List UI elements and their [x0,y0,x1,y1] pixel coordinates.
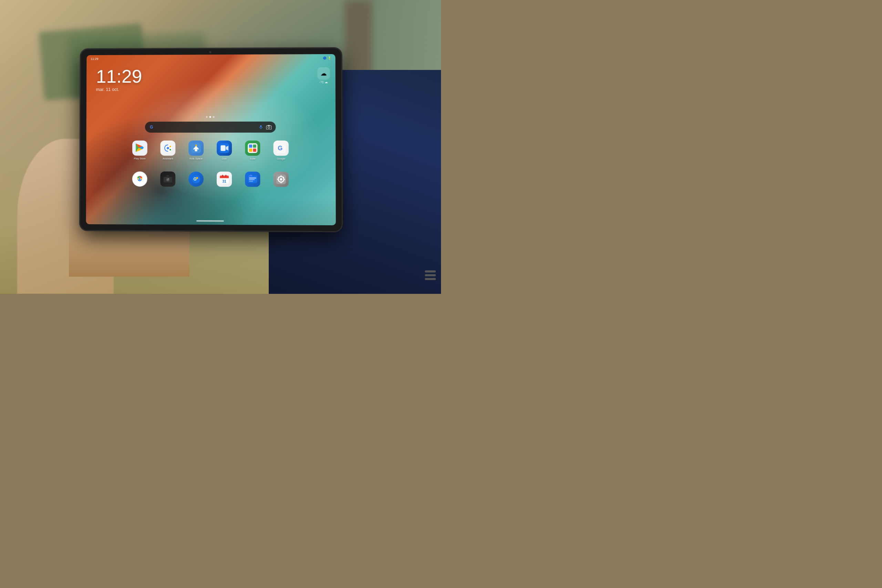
svg-rect-19 [249,148,252,152]
kids-svg [191,143,201,153]
status-bar: 11:29 🔵 🔋 [87,54,335,63]
large-clock: 11:29 mar. 11 oct. [96,67,142,92]
svg-rect-50 [277,179,279,180]
svg-text:G: G [150,125,153,130]
svg-point-11 [195,144,197,146]
dot-2-active [210,116,211,118]
hamburger-line-1 [425,270,436,273]
app-duo[interactable]: Duo [215,141,234,160]
app-chrome[interactable] [130,171,149,188]
svg-rect-37 [220,177,229,178]
app-kids-space[interactable]: Kids Space [187,141,206,160]
hamburger-menu[interactable] [425,270,436,280]
svg-point-34 [196,177,198,179]
chrome-icon [132,171,147,187]
weather-widget: ☁ -°C ☁ [317,67,330,84]
svg-point-47 [280,178,282,180]
home-gesture-pill [196,220,224,222]
weather-temp: -°C ☁ [317,80,330,84]
google-label: Google [277,157,285,160]
search-bar[interactable]: G [145,122,276,133]
svg-text:G: G [278,145,282,152]
svg-rect-12 [195,149,197,151]
svg-rect-17 [249,145,252,148]
suite-icon [245,141,260,156]
wallet-svg: G [192,175,201,184]
google-svg: G [276,143,286,153]
app-camera[interactable] [159,171,177,188]
kids-space-icon [189,141,204,156]
assistant-label: Assistant [163,157,173,160]
svg-rect-49 [281,182,282,184]
svg-rect-51 [284,179,285,180]
svg-point-7 [167,147,169,149]
svg-rect-18 [253,145,256,148]
suite-label: Suite [250,157,256,160]
svg-rect-38 [222,175,223,177]
svg-rect-42 [249,178,256,178]
page-dots [206,116,214,118]
svg-point-4 [268,127,270,129]
tablet-device: 11:29 🔵 🔋 11:29 mar. 11 oct. ☁ -°C ☁ [80,48,342,231]
clock-date: mar. 11 oct. [96,87,142,92]
svg-point-31 [168,178,169,179]
google-g-icon: G [149,124,155,130]
lens-search-icon [266,125,272,129]
duo-label: Duo [222,157,227,160]
tablet-screen[interactable]: 11:29 🔵 🔋 11:29 mar. 11 oct. ☁ -°C ☁ [86,54,336,225]
assistant-svg [163,143,172,153]
app-google[interactable]: G Google [272,141,290,160]
microphone-icon [258,125,263,129]
google-icon: G [273,141,288,156]
svg-rect-44 [249,181,253,182]
app-calendar[interactable]: 31 [215,171,234,188]
svg-rect-48 [281,176,282,177]
status-icons: 🔵 🔋 [323,57,331,60]
nav-bar [86,217,336,225]
play-store-icon [132,141,147,156]
kids-space-label: Kids Space [189,157,202,160]
play-store-svg [135,143,144,153]
dot-1 [206,116,208,118]
app-files[interactable] [243,171,262,188]
svg-point-8 [170,146,171,147]
svg-rect-39 [225,175,226,177]
suite-svg [248,143,257,153]
search-right-icons [258,125,272,129]
settings-svg [276,174,286,184]
status-time: 11:29 [91,57,98,61]
duo-svg [219,143,229,153]
svg-text:31: 31 [222,180,226,184]
svg-rect-14 [220,146,225,151]
app-row-1: Play Store Assistant [130,141,291,160]
svg-rect-3 [266,126,272,129]
svg-point-9 [170,149,171,150]
bluetooth-icon: 🔵 [323,57,326,60]
app-suite[interactable]: Suite [243,141,262,160]
svg-rect-20 [253,148,256,152]
play-store-label: Play Store [134,157,146,160]
svg-point-26 [139,178,141,180]
camera-app-icon [160,171,176,187]
weather-icon: ☁ [317,67,330,80]
clock-time: 11:29 [96,67,142,86]
app-assistant[interactable]: Assistant [159,141,177,160]
wallet-icon: G [189,171,204,187]
app-row-2: G 31 [130,171,291,188]
files-svg [248,174,257,184]
svg-rect-43 [249,179,255,180]
tablet-body: 11:29 🔵 🔋 11:29 mar. 11 oct. ☁ -°C ☁ [80,48,342,231]
camera-svg [163,176,172,183]
calendar-icon: 31 [217,171,232,187]
duo-icon [217,141,232,156]
hamburger-line-2 [425,274,436,276]
weather-emoji: ☁ [320,70,327,77]
app-settings[interactable] [272,171,291,188]
assistant-icon [160,141,176,156]
front-camera [209,51,211,53]
battery-icon: 🔋 [328,57,331,60]
dot-3 [213,116,214,118]
hamburger-line-3 [425,278,436,280]
app-play-store[interactable]: Play Store [130,141,149,160]
app-wallet[interactable]: G [187,171,206,188]
